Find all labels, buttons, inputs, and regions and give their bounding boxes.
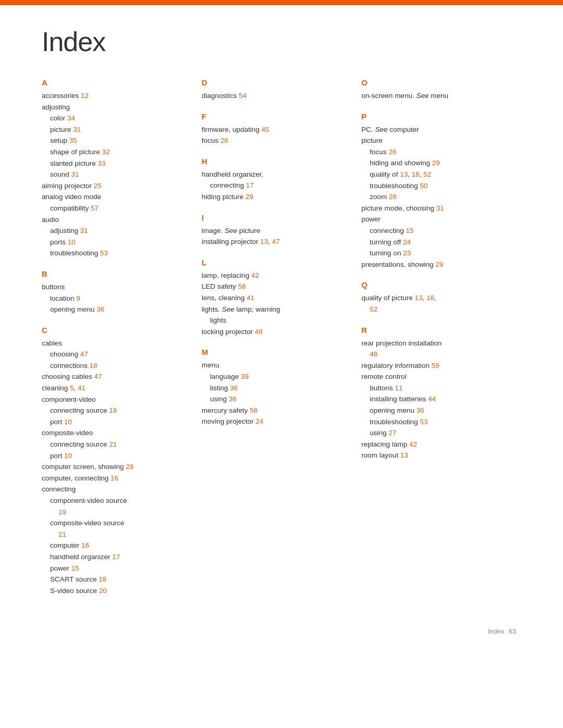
entry-rc-using: using 27 xyxy=(361,427,506,439)
letter-R: R xyxy=(361,326,506,335)
footer-page: 63 xyxy=(509,627,516,635)
entry-conn-scart: SCART source 18 xyxy=(42,574,186,585)
entry-hh-connecting: connecting 17 xyxy=(202,180,346,191)
entry-lamp: lamp, replacing 42 xyxy=(202,270,346,281)
entry-location: location 9 xyxy=(42,293,186,304)
entry-menu-list: listing 36 xyxy=(202,382,346,394)
entry-shape: shape of picture 32 xyxy=(42,146,186,158)
entry-conn-power: power 15 xyxy=(42,563,186,574)
entry-comp-screen: computer screen, showing 29 xyxy=(42,461,186,473)
section-A: A accessories 12 adjusting color 34 pict… xyxy=(42,78,186,259)
entry-pic-quality: quality of 13, 18, 52 xyxy=(361,169,506,180)
entry-comp-conn: computer, connecting 16 xyxy=(42,473,186,484)
letter-P: P xyxy=(361,112,506,121)
entry-image: image. See picture xyxy=(202,225,346,237)
entry-sound: sound 31 xyxy=(42,169,186,180)
entry-pic-hiding: hiding and showing 29 xyxy=(361,157,506,169)
entry-diagnostics: diagnostics 54 xyxy=(202,90,346,102)
entry-pic-focus: focus 26 xyxy=(361,146,506,158)
column-1: A accessories 12 adjusting color 34 pict… xyxy=(42,78,202,607)
entry-firmware: firmware, updating 45 xyxy=(202,124,346,135)
entry-picture: picture xyxy=(361,135,506,146)
entry-connecting: connecting xyxy=(42,484,186,495)
entry-conn-handheld: handheld organizer 17 xyxy=(42,551,186,563)
entry-cv-port: port 10 xyxy=(42,416,186,428)
entry-conn-cv-num: 19 xyxy=(42,507,186,518)
entry-conn-computer: computer 16 xyxy=(42,540,186,551)
entry-pic-ts: troubleshooting 50 xyxy=(361,180,506,192)
entry-choosing-cables: choosing cables 47 xyxy=(42,371,186,382)
section-C: C cables choosing 47 connections 18 choo… xyxy=(42,326,186,597)
entry-pc: PC. See computer xyxy=(361,124,506,135)
entry-rc-batteries: installing batteries 44 xyxy=(361,393,506,405)
entry-installing: installing projector 13, 47 xyxy=(202,236,346,248)
section-H: H handheld organizer, connecting 17 hidi… xyxy=(202,157,346,203)
entry-rc-ts: troubleshooting 53 xyxy=(361,416,506,428)
section-D: D diagnostics 54 xyxy=(202,78,346,102)
entry-accessories: accessories 12 xyxy=(42,90,186,102)
entry-conn-svideo: S-video source 20 xyxy=(42,585,186,597)
entry-composite-video: composite-video xyxy=(42,427,186,439)
entry-cv-source: connecting source 19 xyxy=(42,405,186,416)
entry-ports: ports 10 xyxy=(42,237,186,248)
entry-rc-buttons: buttons 11 xyxy=(361,382,506,394)
entry-cleaning: cleaning 5, 41 xyxy=(42,382,186,394)
section-I: I image. See picture installing projecto… xyxy=(202,213,346,248)
entry-pic-zoom: zoom 26 xyxy=(361,191,506,203)
entry-onscreen: on-screen menu. See menu xyxy=(361,90,506,102)
orange-bar xyxy=(0,0,563,5)
entry-lights: lights. See lamp; warning xyxy=(202,304,346,315)
entry-aiming: aiming projector 25 xyxy=(42,180,186,192)
entry-quality-52: 52 xyxy=(361,304,506,315)
entry-compat: compatibility 57 xyxy=(42,203,186,214)
entry-conn-compv-num: 21 xyxy=(42,529,186,540)
entry-picture-adj: picture 31 xyxy=(42,124,186,135)
entry-cables: cables xyxy=(42,338,186,349)
entry-picmode: picture mode, choosing 31 xyxy=(361,203,506,214)
entry-power-on: turning on 23 xyxy=(361,248,506,259)
letter-M: M xyxy=(202,348,346,356)
entry-adjusting: adjusting xyxy=(42,102,186,113)
entry-led: LED safety 58 xyxy=(202,281,346,292)
letter-I: I xyxy=(202,213,346,222)
footer: Index 63 xyxy=(42,627,521,635)
entry-opening-menu-b: opening menu 36 xyxy=(42,304,186,315)
entry-hiding: hiding picture 29 xyxy=(202,191,346,203)
entry-moving: moving projector 24 xyxy=(202,416,346,427)
entry-connections: connections 18 xyxy=(42,360,186,372)
index-columns: A accessories 12 adjusting color 34 pict… xyxy=(42,78,521,607)
entry-power-off: turning off 24 xyxy=(361,237,506,248)
entry-menu: menu xyxy=(202,360,346,371)
entry-audio-ts: troubleshooting 53 xyxy=(42,248,186,259)
entry-lens: lens, cleaning 41 xyxy=(202,292,346,304)
entry-choosing-c: choosing 47 xyxy=(42,349,186,360)
entry-buttons: buttons xyxy=(42,281,186,293)
entry-replacing-lamp: replacing lamp 42 xyxy=(361,439,506,450)
entry-rear: rear projection installation xyxy=(361,338,506,349)
footer-label: Index xyxy=(488,627,505,635)
entry-setup: setup 35 xyxy=(42,135,186,146)
column-3: O on-screen menu. See menu P PC. See com… xyxy=(361,78,521,607)
entry-rear-num: 48 xyxy=(361,349,506,360)
entry-audio: audio xyxy=(42,214,186,226)
letter-B: B xyxy=(42,269,186,278)
entry-conn-cv: component-video source xyxy=(42,495,186,507)
entry-compv-port: port 10 xyxy=(42,450,186,462)
entry-remote: remote control xyxy=(361,371,506,382)
letter-Q: Q xyxy=(361,280,506,289)
entry-handheld: handheld organizer, xyxy=(202,169,346,180)
entry-lights-sub: lights xyxy=(202,315,346,326)
entry-presentations: presentations, showing 29 xyxy=(361,259,506,270)
letter-A: A xyxy=(42,78,186,87)
entry-quality: quality of picture 13, 18, xyxy=(361,292,506,304)
entry-regulatory: regulatory information 59 xyxy=(361,360,506,372)
entry-compv-source: connecting source 21 xyxy=(42,439,186,450)
entry-menu-lang: language 39 xyxy=(202,371,346,382)
section-L: L lamp, replacing 42 LED safety 58 lens,… xyxy=(202,258,346,338)
section-O: O on-screen menu. See menu xyxy=(361,78,506,102)
entry-rc-menu: opening menu 36 xyxy=(361,405,506,416)
section-R: R rear projection installation 48 regula… xyxy=(361,326,506,462)
entry-focus-f: focus 26 xyxy=(202,135,346,146)
letter-F: F xyxy=(202,112,346,121)
section-M: M menu language 39 listing 36 using 36 m… xyxy=(202,348,346,427)
